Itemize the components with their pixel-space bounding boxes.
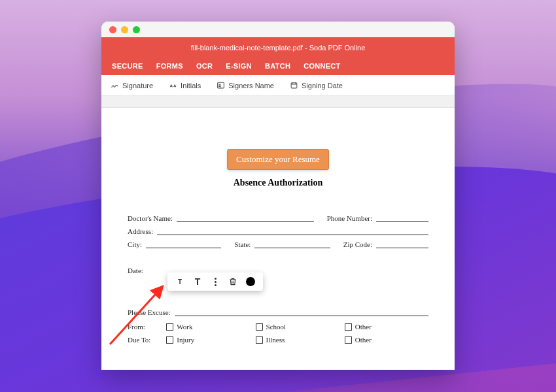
checkbox-work[interactable]: Work bbox=[166, 323, 250, 331]
label-state: State: bbox=[234, 240, 251, 248]
signers-name-button[interactable]: Signers Name bbox=[217, 81, 274, 90]
maximize-icon[interactable] bbox=[133, 26, 140, 33]
initials-label: Initials bbox=[181, 82, 201, 90]
checkbox-injury[interactable]: Injury bbox=[166, 336, 250, 344]
sign-toolbar: Signature Initials Signers Name Signing … bbox=[101, 75, 455, 96]
color-icon[interactable] bbox=[246, 277, 255, 286]
cb-label: Injury bbox=[177, 336, 194, 344]
calendar-icon bbox=[290, 81, 298, 90]
label-due-to: Due To: bbox=[128, 336, 161, 344]
initials-icon bbox=[169, 81, 177, 90]
tab-batch[interactable]: BATCH bbox=[258, 56, 297, 75]
more-icon[interactable] bbox=[211, 277, 220, 286]
label-city: City: bbox=[128, 240, 142, 248]
signing-date-button[interactable]: Signing Date bbox=[290, 81, 343, 90]
signers-name-label: Signers Name bbox=[228, 82, 274, 90]
tab-connect[interactable]: CONNECT bbox=[297, 56, 347, 75]
label-please-excuse: Please Excuse: bbox=[128, 308, 171, 316]
label-from: From: bbox=[128, 323, 161, 331]
document-page: Customize your Resume Absence Authorizat… bbox=[101, 108, 455, 370]
checkbox-other-from[interactable]: Other bbox=[345, 323, 428, 331]
signature-button[interactable]: Signature bbox=[111, 81, 153, 90]
checkbox-school[interactable]: School bbox=[256, 323, 339, 331]
main-tabs: SECURE FORMS OCR E-SIGN BATCH CONNECT bbox=[101, 56, 455, 75]
field-please-excuse[interactable] bbox=[175, 308, 428, 316]
checkbox-illness[interactable]: Illness bbox=[256, 336, 339, 344]
label-doctors-name: Doctor's Name: bbox=[128, 214, 173, 222]
field-city[interactable] bbox=[146, 240, 221, 248]
form-body: Doctor's Name: Phone Number: Address: Ci… bbox=[108, 214, 448, 344]
field-doctors-name[interactable] bbox=[177, 214, 314, 222]
tab-secure[interactable]: SECURE bbox=[105, 56, 150, 75]
signature-icon bbox=[111, 81, 119, 90]
trash-icon[interactable] bbox=[228, 277, 237, 286]
field-address[interactable] bbox=[157, 227, 428, 235]
signing-date-label: Signing Date bbox=[302, 82, 343, 90]
signature-label: Signature bbox=[122, 82, 153, 90]
checkbox-other-due[interactable]: Other bbox=[345, 336, 428, 344]
page-title: Absence Authorization bbox=[108, 178, 448, 188]
ribbon-band bbox=[101, 96, 455, 108]
close-icon[interactable] bbox=[109, 26, 116, 33]
label-date: Date: bbox=[128, 267, 143, 274]
cb-label: Work bbox=[177, 323, 192, 331]
tab-esign[interactable]: E-SIGN bbox=[219, 56, 258, 75]
text-large-icon[interactable]: T bbox=[193, 277, 202, 286]
document-title: fill-blank-medical-note-template.pdf - S… bbox=[101, 37, 455, 56]
cb-label: School bbox=[266, 323, 287, 331]
label-zip: Zip Code: bbox=[343, 240, 372, 248]
cb-label: Other bbox=[355, 323, 372, 331]
app-window: fill-blank-medical-note-template.pdf - S… bbox=[101, 22, 455, 370]
person-icon bbox=[217, 81, 225, 90]
customize-resume-button[interactable]: Customize your Resume bbox=[227, 149, 329, 170]
field-state[interactable] bbox=[254, 240, 330, 248]
window-titlebar bbox=[101, 22, 455, 37]
initials-button[interactable]: Initials bbox=[169, 81, 201, 90]
cb-label: Other bbox=[355, 336, 372, 344]
svg-rect-0 bbox=[218, 82, 224, 88]
tab-forms[interactable]: FORMS bbox=[150, 56, 190, 75]
text-small-icon[interactable]: T bbox=[175, 277, 184, 286]
field-phone[interactable] bbox=[376, 214, 428, 222]
svg-rect-2 bbox=[291, 83, 297, 88]
field-zip[interactable] bbox=[376, 240, 428, 248]
label-phone: Phone Number: bbox=[327, 214, 372, 222]
svg-point-1 bbox=[219, 84, 220, 86]
minimize-icon[interactable] bbox=[121, 26, 128, 33]
tab-ocr[interactable]: OCR bbox=[190, 56, 219, 75]
header-bar: fill-blank-medical-note-template.pdf - S… bbox=[101, 37, 455, 75]
text-edit-toolbar[interactable]: T T bbox=[167, 272, 263, 291]
cb-label: Illness bbox=[266, 336, 285, 344]
label-address: Address: bbox=[128, 227, 153, 235]
